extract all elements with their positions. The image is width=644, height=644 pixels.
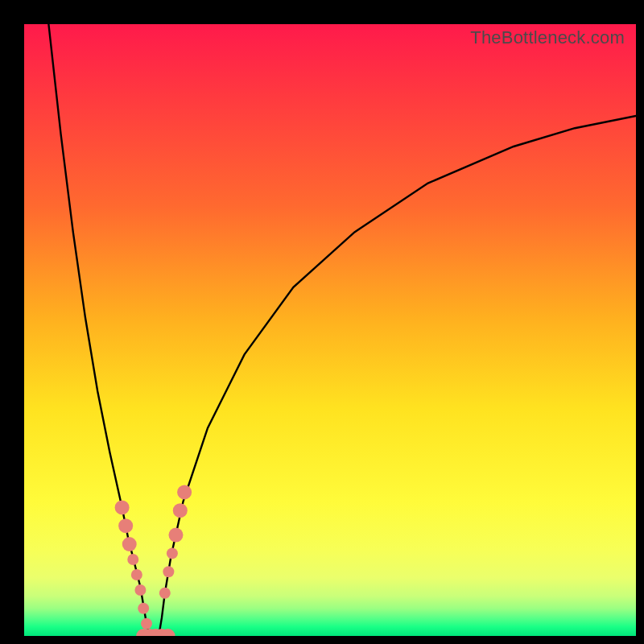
data-marker xyxy=(159,588,171,599)
curve-layer xyxy=(24,24,636,636)
data-marker xyxy=(127,554,138,565)
chart-frame: TheBottleneck.com xyxy=(0,0,644,644)
data-marker xyxy=(167,547,178,559)
data-marker xyxy=(173,503,188,518)
data-marker xyxy=(134,584,146,596)
data-marker xyxy=(131,569,142,580)
data-marker xyxy=(118,518,133,533)
data-marker xyxy=(163,566,174,577)
data-marker xyxy=(138,603,149,614)
watermark-text: TheBottleneck.com xyxy=(470,27,625,48)
data-marker xyxy=(141,618,152,630)
data-marker xyxy=(168,528,183,543)
plot-area: TheBottleneck.com xyxy=(24,24,636,636)
data-marker xyxy=(122,537,137,551)
data-marker xyxy=(115,500,130,514)
data-marker xyxy=(177,485,192,499)
curve-right-branch xyxy=(159,116,636,636)
marker-group xyxy=(115,485,192,636)
